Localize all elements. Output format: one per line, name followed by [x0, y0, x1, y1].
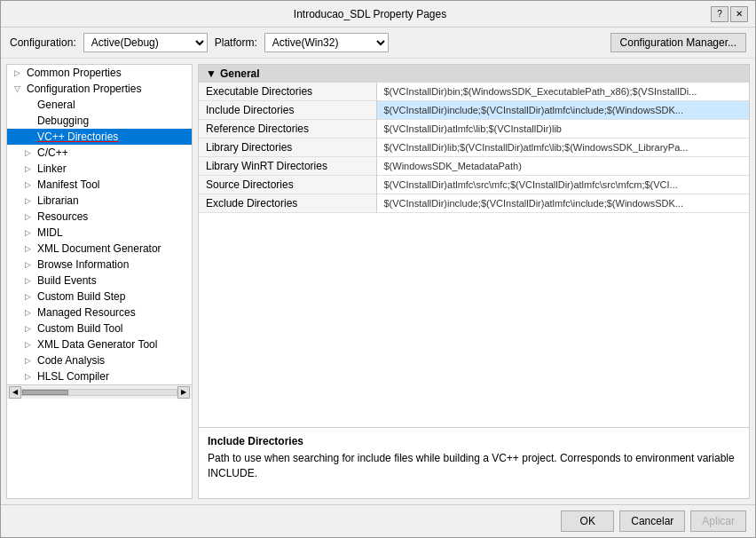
tree-item-common-props[interactable]: ▷Common Properties [7, 65, 192, 81]
help-button[interactable]: ? [711, 6, 728, 22]
right-top: ▼ General Executable Directories$(VCInst… [199, 65, 749, 427]
prop-row-source-dirs[interactable]: Source Directories$(VCInstallDir)atlmfc\… [199, 176, 749, 194]
prop-name-lib-winrt-dirs: Library WinRT Directories [199, 157, 376, 176]
tree-arrow-managed-resources: ▷ [25, 308, 35, 317]
apply-button[interactable]: Aplicar [690, 510, 746, 532]
prop-value-source-dirs: $(VCInstallDir)atlmfc\src\mfc;$(VCInstal… [376, 176, 749, 194]
scroll-right-btn[interactable]: ▶ [177, 386, 190, 399]
tree-item-xml-data-gen[interactable]: ▷XML Data Generator Tool [7, 336, 192, 352]
prop-name-exec-dirs: Executable Directories [199, 83, 376, 101]
description-text: Path to use when searching for include f… [208, 451, 740, 481]
tree-arrow-hlsl-compiler: ▷ [25, 372, 35, 381]
tree-label-xml-data-gen: XML Data Generator Tool [37, 338, 157, 351]
prop-row-lib-dirs[interactable]: Library Directories$(VCInstallDir)lib;$(… [199, 138, 749, 157]
tree-item-manifest-tool[interactable]: ▷Manifest Tool [7, 177, 192, 193]
tree-item-midl[interactable]: ▷MIDL [7, 225, 192, 241]
scroll-track[interactable] [21, 389, 177, 396]
prop-row-include-dirs[interactable]: Include Directories$(VCInstallDir)includ… [199, 101, 749, 120]
tree-arrow-xml-doc: ▷ [25, 244, 35, 253]
tree-item-resources[interactable]: ▷Resources [7, 209, 192, 225]
platform-select[interactable]: Active(Win32) [264, 33, 389, 52]
tree-item-code-analysis[interactable]: ▷Code Analysis [7, 352, 192, 368]
tree-arrow-xml-data-gen: ▷ [25, 340, 35, 349]
tree-container: ▷Common Properties▽Configuration Propert… [7, 65, 192, 384]
prop-value-lib-dirs: $(VCInstallDir)lib;$(VCInstallDir)atlmfc… [376, 138, 749, 157]
tree-arrow-linker: ▷ [25, 164, 35, 173]
tree-arrow-c-cpp: ▷ [25, 148, 35, 157]
prop-value-exclude-dirs: $(VCInstallDir)include;$(VCInstallDir)at… [376, 194, 749, 213]
cancel-button[interactable]: Cancelar [619, 510, 685, 532]
prop-value-lib-winrt-dirs: $(WindowsSDK_MetadataPath) [376, 157, 749, 176]
tree-item-librarian[interactable]: ▷Librarian [7, 193, 192, 209]
ok-button[interactable]: OK [561, 510, 614, 532]
tree-label-librarian: Librarian [37, 194, 79, 207]
prop-row-ref-dirs[interactable]: Reference Directories$(VCInstallDir)atlm… [199, 120, 749, 138]
tree-label-custom-build-tool: Custom Build Tool [37, 322, 123, 335]
prop-row-exec-dirs[interactable]: Executable Directories$(VCInstallDir)bin… [199, 83, 749, 101]
tree-label-custom-build-step: Custom Build Step [37, 290, 125, 303]
tree-item-managed-resources[interactable]: ▷Managed Resources [7, 305, 192, 320]
left-scrollbar[interactable]: ◀ ▶ [7, 384, 192, 399]
title-bar: Introducao_SDL Property Pages ? ✕ [1, 1, 755, 28]
tree-item-browse-info[interactable]: ▷Browse Information [7, 257, 192, 273]
tree-item-c-cpp[interactable]: ▷C/C++ [7, 145, 192, 161]
prop-name-ref-dirs: Reference Directories [199, 120, 376, 138]
tree-label-build-events: Build Events [37, 274, 97, 287]
left-panel: ▷Common Properties▽Configuration Propert… [6, 64, 193, 499]
tree-arrow-config-props: ▽ [14, 84, 25, 93]
prop-name-exclude-dirs: Exclude Directories [199, 194, 376, 213]
tree-label-resources: Resources [37, 210, 88, 223]
tree-label-c-cpp: C/C++ [37, 146, 68, 159]
tree-label-manifest-tool: Manifest Tool [37, 178, 99, 191]
right-panel: ▼ General Executable Directories$(VCInst… [198, 64, 750, 499]
tree-item-xml-doc[interactable]: ▷XML Document Generator [7, 241, 192, 257]
tree-item-custom-build-step[interactable]: ▷Custom Build Step [7, 289, 192, 305]
close-button[interactable]: ✕ [730, 6, 748, 22]
tree-item-custom-build-tool[interactable]: ▷Custom Build Tool [7, 320, 192, 336]
tree-item-debugging[interactable]: Debugging [7, 113, 192, 129]
tree-arrow-resources: ▷ [25, 212, 35, 221]
config-select[interactable]: Active(Debug) [83, 33, 208, 52]
platform-label: Platform: [215, 36, 257, 49]
config-manager-button[interactable]: Configuration Manager... [610, 33, 746, 52]
tree-arrow-manifest-tool: ▷ [25, 180, 35, 189]
prop-name-lib-dirs: Library Directories [199, 138, 376, 157]
tree-item-linker[interactable]: ▷Linker [7, 161, 192, 177]
tree-item-general[interactable]: General [7, 97, 192, 113]
prop-row-lib-winrt-dirs[interactable]: Library WinRT Directories$(WindowsSDK_Me… [199, 157, 749, 176]
prop-name-include-dirs: Include Directories [199, 101, 376, 120]
tree-item-hlsl-compiler[interactable]: ▷HLSL Compiler [7, 368, 192, 384]
prop-value-include-dirs: $(VCInstallDir)include;$(VCInstallDir)at… [376, 101, 749, 120]
scroll-thumb [22, 390, 68, 395]
config-row: Configuration: Active(Debug) Platform: A… [1, 28, 755, 59]
property-pages-dialog: Introducao_SDL Property Pages ? ✕ Config… [0, 0, 756, 538]
tree-label-debugging: Debugging [37, 115, 89, 127]
tree-arrow-code-analysis: ▷ [25, 356, 35, 365]
tree-label-config-props: Configuration Properties [27, 83, 141, 95]
tree-label-xml-doc: XML Document Generator [37, 242, 161, 255]
bottom-bar: OK Cancelar Aplicar [1, 504, 755, 537]
tree-arrow-custom-build-step: ▷ [25, 292, 35, 301]
section-header: ▼ General [199, 65, 749, 83]
tree-item-config-props[interactable]: ▽Configuration Properties [7, 81, 192, 97]
scroll-left-btn[interactable]: ◀ [9, 386, 21, 399]
tree-label-managed-resources: Managed Resources [37, 306, 136, 319]
section-title: General [220, 67, 260, 80]
tree-label-common-props: Common Properties [27, 67, 122, 79]
tree-label-browse-info: Browse Information [37, 258, 129, 271]
tree-arrow-midl: ▷ [25, 228, 35, 237]
tree-item-vc-directories[interactable]: VC++ Directories [7, 129, 192, 145]
tree-label-vc-directories: VC++ Directories [37, 131, 118, 143]
title-bar-buttons: ? ✕ [711, 6, 748, 22]
tree-label-midl: MIDL [37, 226, 63, 239]
prop-value-ref-dirs: $(VCInstallDir)atlmfc\lib;$(VCInstallDir… [376, 120, 749, 138]
tree-item-build-events[interactable]: ▷Build Events [7, 273, 192, 289]
prop-row-exclude-dirs[interactable]: Exclude Directories$(VCInstallDir)includ… [199, 194, 749, 213]
tree-label-linker: Linker [37, 162, 67, 175]
tree-arrow-browse-info: ▷ [25, 260, 35, 269]
right-bottom: Include Directories Path to use when sea… [199, 427, 749, 498]
main-content: ▷Common Properties▽Configuration Propert… [1, 59, 755, 504]
dialog-title: Introducao_SDL Property Pages [29, 8, 711, 20]
section-arrow: ▼ [206, 67, 217, 80]
prop-value-exec-dirs: $(VCInstallDir)bin;$(WindowsSDK_Executab… [376, 83, 749, 101]
